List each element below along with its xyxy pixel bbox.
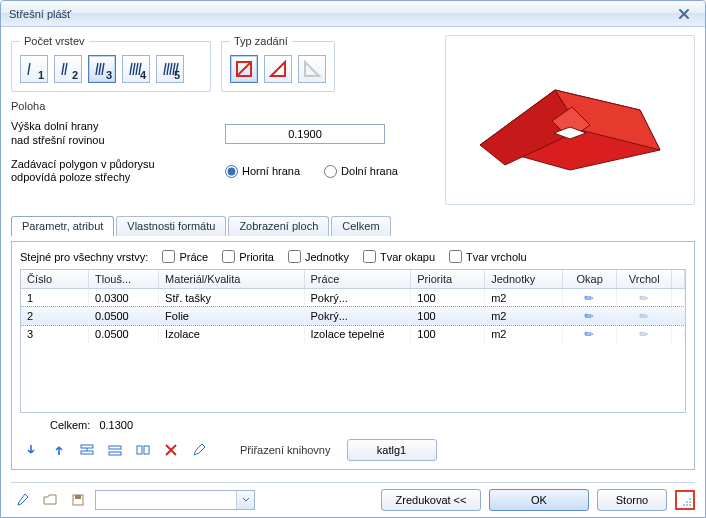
layer-count-2[interactable]: 2 [54, 55, 82, 83]
same-for-all-label: Stejné pro všechny vrstvy: [20, 251, 148, 263]
preset-combo[interactable] [95, 490, 255, 510]
poloha-height-label: Výška dolní hrany nad střešní rovinou [11, 120, 211, 148]
svg-point-17 [689, 498, 691, 500]
cancel-button[interactable]: Storno [597, 489, 667, 511]
layer-button-row: 12345 [20, 55, 202, 83]
library-label: Přiřazení knihovny [240, 444, 331, 456]
svg-point-20 [689, 504, 691, 506]
resize-grip[interactable] [675, 490, 695, 510]
col-material[interactable]: Materiál/Kvalita [159, 270, 304, 288]
tab-0[interactable]: Parametr, atribut [11, 216, 114, 236]
save-button[interactable] [67, 489, 89, 511]
add-below-button[interactable] [76, 439, 98, 461]
svg-rect-13 [137, 446, 142, 454]
close-button[interactable] [671, 5, 697, 23]
delete-row-button[interactable] [160, 439, 182, 461]
check-1[interactable]: Priorita [222, 250, 274, 263]
height-input[interactable] [225, 124, 385, 144]
layer-count-4[interactable]: 4 [122, 55, 150, 83]
tab-panel-params: Stejné pro všechny vrstvy: PrácePriorita… [11, 241, 695, 470]
layer-count-3[interactable]: 3 [88, 55, 116, 83]
footer-tools [11, 489, 255, 511]
library-button[interactable]: katlg1 [347, 439, 437, 461]
check-0[interactable]: Práce [162, 250, 208, 263]
total-label: Celkem: [50, 419, 90, 431]
input-type-2[interactable] [264, 55, 292, 83]
svg-point-21 [686, 504, 688, 506]
dialog-footer: Zredukovat << OK Storno [11, 482, 695, 511]
col-cislo[interactable]: Číslo [21, 270, 89, 288]
layer-count-1[interactable]: 1 [20, 55, 48, 83]
top-row: Počet vrstev 12345 Typ zadání Poloha Výš… [11, 35, 695, 205]
svg-marker-3 [305, 62, 319, 76]
same-for-all-row: Stejné pro všechny vrstvy: PrácePriorita… [20, 250, 686, 263]
radio-top[interactable]: Horní hrana [225, 165, 300, 178]
edit-icon: ✎ [582, 290, 597, 306]
svg-line-1 [237, 62, 251, 76]
input-type-1[interactable] [230, 55, 258, 83]
svg-rect-9 [81, 445, 93, 448]
svg-point-19 [686, 501, 688, 503]
pane-toolbar: Přiřazení knihovny katlg1 [20, 439, 686, 461]
svg-rect-14 [144, 446, 149, 454]
radio-bottom[interactable]: Dolní hrana [324, 165, 398, 178]
checkbox-row: PrácePrioritaJednotkyTvar okapuTvar vrch… [162, 250, 526, 263]
table-header: Číslo Tlouš... Materiál/Kvalita Práce Pr… [21, 270, 685, 289]
table-row[interactable]: 20.0500FoliePokrý...100m2✎✎ [21, 307, 685, 325]
move-up-button[interactable] [48, 439, 70, 461]
poloha-polygon-row: Zadávací polygon v půdorysu odpovídá pol… [11, 158, 437, 186]
col-okap[interactable]: Okap [563, 270, 618, 288]
col-jednotky[interactable]: Jednotky [485, 270, 563, 288]
edit-row-button[interactable] [188, 439, 210, 461]
layers-group: Počet vrstev 12345 [11, 35, 211, 92]
layer-count-5[interactable]: 5 [156, 55, 184, 83]
ok-button[interactable]: OK [489, 489, 589, 511]
col-vrchol[interactable]: Vrchol [617, 270, 672, 288]
radio-bottom-input[interactable] [324, 165, 337, 178]
table-row[interactable]: 10.0300Stř. taškyPokrý...100m2✎✎ [21, 289, 685, 307]
check-4-input[interactable] [449, 250, 462, 263]
check-0-input[interactable] [162, 250, 175, 263]
total-value: 0.1300 [99, 419, 133, 431]
dialog-body: Počet vrstev 12345 Typ zadání Poloha Výš… [1, 27, 705, 517]
close-icon [678, 8, 690, 20]
radio-top-label: Horní hrana [242, 165, 300, 177]
check-2[interactable]: Jednotky [288, 250, 349, 263]
type-label: Typ zadání [230, 35, 292, 47]
col-prace[interactable]: Práce [305, 270, 412, 288]
poloha-heading: Poloha [11, 100, 437, 112]
eyedropper-button[interactable] [11, 489, 33, 511]
check-2-input[interactable] [288, 250, 301, 263]
radio-top-input[interactable] [225, 165, 238, 178]
col-tloustka[interactable]: Tlouš... [89, 270, 159, 288]
edit-icon: ✎ [637, 290, 652, 306]
poloha-radio-group: Horní hrana Dolní hrana [225, 165, 398, 178]
input-type-3[interactable] [298, 55, 326, 83]
roof-preview [445, 35, 695, 205]
radio-bottom-label: Dolní hrana [341, 165, 398, 177]
check-3-input[interactable] [363, 250, 376, 263]
tab-1[interactable]: Vlastnosti formátu [116, 216, 226, 236]
left-column: Počet vrstev 12345 Typ zadání Poloha Výš… [11, 35, 437, 205]
add-above-button[interactable] [104, 439, 126, 461]
chevron-down-icon [236, 491, 254, 509]
svg-rect-10 [81, 451, 93, 454]
tab-2[interactable]: Zobrazení ploch [228, 216, 329, 236]
move-down-button[interactable] [20, 439, 42, 461]
reduce-button[interactable]: Zredukovat << [381, 489, 481, 511]
table-row[interactable]: 30.0500IzolaceIzolace tepelné100m2✎✎ [21, 325, 685, 343]
check-3[interactable]: Tvar okapu [363, 250, 435, 263]
svg-rect-16 [75, 495, 81, 499]
open-button[interactable] [39, 489, 61, 511]
check-4[interactable]: Tvar vrcholu [449, 250, 527, 263]
col-filler [672, 270, 685, 288]
tab-3[interactable]: Celkem [331, 216, 390, 236]
split-row-button[interactable] [132, 439, 154, 461]
poloha-height-row: Výška dolní hrany nad střešní rovinou [11, 120, 437, 148]
check-1-input[interactable] [222, 250, 235, 263]
row-tools [20, 439, 210, 461]
svg-rect-11 [109, 452, 121, 455]
col-priorita[interactable]: Priorita [411, 270, 485, 288]
table-body[interactable]: 10.0300Stř. taškyPokrý...100m2✎✎20.0500F… [21, 289, 685, 412]
total-row: Celkem: 0.1300 [20, 419, 686, 431]
